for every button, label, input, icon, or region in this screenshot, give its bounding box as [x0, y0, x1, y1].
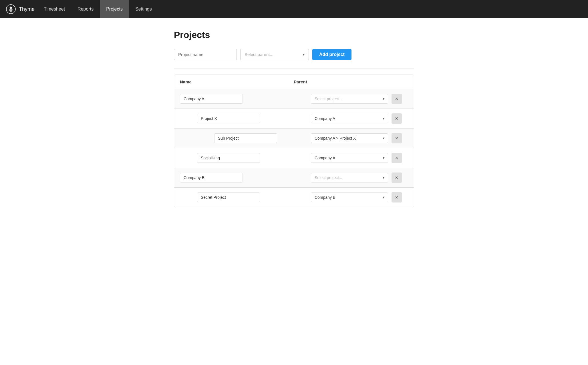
- close-icon: ✕: [395, 156, 398, 160]
- delete-button[interactable]: ✕: [392, 153, 402, 163]
- parent-select-wrapper: Select project... ▼: [311, 173, 388, 182]
- parent-cell: Company A ▼ ✕: [311, 113, 408, 124]
- name-cell: [180, 114, 311, 123]
- nav-link-projects[interactable]: Projects: [100, 0, 129, 18]
- parent-cell: Company B ▼ ✕: [311, 192, 408, 202]
- parent-select-dropdown[interactable]: Company A: [311, 153, 388, 163]
- parent-select-dropdown[interactable]: Company A: [311, 114, 388, 123]
- col-action-header: [391, 79, 408, 84]
- name-cell: [180, 153, 311, 163]
- table-row: Company A > Project X ▼ ✕: [174, 129, 414, 148]
- close-icon: ✕: [395, 136, 398, 141]
- row-name-input[interactable]: [214, 133, 277, 143]
- parent-select-wrapper: Company A ▼: [311, 114, 388, 123]
- projects-table: Name Parent Select project... ▼ ✕: [174, 75, 414, 207]
- delete-button[interactable]: ✕: [392, 113, 402, 124]
- col-parent-header: Parent: [294, 79, 391, 84]
- name-cell: [180, 192, 311, 202]
- parent-select-dropdown[interactable]: Select project...: [311, 94, 388, 104]
- parent-select-wrapper: Select project... ▼: [311, 94, 388, 104]
- parent-cell: Company A > Project X ▼ ✕: [311, 133, 408, 143]
- close-icon: ✕: [395, 175, 398, 180]
- nav-links: Timesheet Reports Projects Settings: [37, 0, 158, 18]
- select-parent-dropdown[interactable]: Select parent...: [240, 49, 309, 60]
- parent-select-dropdown[interactable]: Company A > Project X: [311, 133, 388, 143]
- logo-text: Thyme: [19, 6, 35, 12]
- parent-cell: Select project... ▼ ✕: [311, 94, 408, 104]
- main-content: Projects Select parent... ▼ Add project …: [165, 18, 423, 219]
- row-name-input[interactable]: [197, 114, 260, 123]
- col-name-header: Name: [180, 79, 294, 84]
- nav-logo[interactable]: Thyme: [6, 4, 35, 14]
- page-title: Projects: [174, 30, 414, 40]
- nav-link-settings[interactable]: Settings: [129, 0, 158, 18]
- table-header: Name Parent: [174, 75, 414, 89]
- table-row: Select project... ▼ ✕: [174, 168, 414, 188]
- close-icon: ✕: [395, 97, 398, 101]
- delete-button[interactable]: ✕: [392, 94, 402, 104]
- table-row: Company B ▼ ✕: [174, 188, 414, 207]
- table-row: Company A ▼ ✕: [174, 109, 414, 129]
- row-name-input[interactable]: [197, 153, 260, 163]
- parent-select-wrapper: Company B ▼: [311, 192, 388, 202]
- nav-link-reports[interactable]: Reports: [71, 0, 100, 18]
- name-cell: [180, 173, 311, 182]
- table-row: Company A ▼ ✕: [174, 148, 414, 168]
- close-icon: ✕: [395, 195, 398, 200]
- main-nav: Thyme Timesheet Reports Projects Setting…: [0, 0, 588, 18]
- name-cell: [180, 94, 311, 104]
- delete-button[interactable]: ✕: [392, 192, 402, 202]
- row-name-input[interactable]: [197, 192, 260, 202]
- add-project-button[interactable]: Add project: [312, 49, 351, 60]
- parent-select-dropdown[interactable]: Company B: [311, 192, 388, 202]
- row-name-input[interactable]: [180, 94, 243, 104]
- parent-select-wrapper: Company A ▼: [311, 153, 388, 163]
- nav-link-timesheet[interactable]: Timesheet: [37, 0, 71, 18]
- close-icon: ✕: [395, 116, 398, 121]
- parent-cell: Company A ▼ ✕: [311, 153, 408, 163]
- delete-button[interactable]: ✕: [392, 133, 402, 143]
- project-name-input[interactable]: [174, 49, 237, 60]
- parent-cell: Select project... ▼ ✕: [311, 173, 408, 183]
- parent-select-dropdown[interactable]: Select project...: [311, 173, 388, 182]
- delete-button[interactable]: ✕: [392, 173, 402, 183]
- logo-icon: [6, 4, 16, 14]
- add-project-form: Select parent... ▼ Add project: [174, 49, 414, 60]
- divider: [174, 69, 414, 69]
- select-parent-wrapper: Select parent... ▼: [240, 49, 309, 60]
- name-cell: [180, 133, 311, 143]
- row-name-input[interactable]: [180, 173, 243, 182]
- parent-select-wrapper: Company A > Project X ▼: [311, 133, 388, 143]
- table-row: Select project... ▼ ✕: [174, 89, 414, 109]
